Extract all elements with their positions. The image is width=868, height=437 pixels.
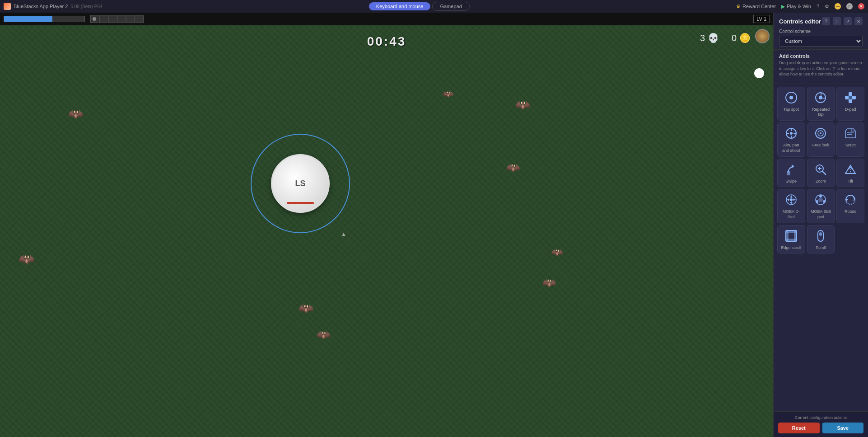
- control-repeated-tap[interactable]: Repeated tap: [807, 87, 835, 121]
- save-button[interactable]: Save: [822, 423, 864, 433]
- control-free-look[interactable]: Free look: [807, 122, 835, 156]
- help-btn[interactable]: ?: [817, 4, 819, 9]
- control-zoom[interactable]: Zoom: [807, 159, 835, 188]
- toolbar-icon-1: [90, 15, 98, 23]
- game-timer: 00:43: [367, 34, 406, 49]
- free-look-label: Free look: [812, 143, 830, 148]
- panel-import-btn[interactable]: ↑: [833, 17, 841, 25]
- tilt-label: Tilt: [848, 179, 853, 184]
- zoom-icon: [813, 162, 828, 177]
- panel-footer: Current configuration actions Reset Save: [774, 411, 868, 437]
- tilt-icon: [843, 162, 858, 177]
- joystick-label: LS: [295, 179, 305, 188]
- edge-scroll-label: Edge scroll: [781, 245, 802, 251]
- health-bar-fill: [4, 16, 52, 22]
- control-moba-dpad[interactable]: MOBA D-Pad: [777, 189, 805, 223]
- rotate-label: Rotate: [845, 209, 857, 215]
- main-container: LV 1 00:43 3 💀 0 🪙 🦇 🦇 🦇: [0, 13, 868, 437]
- control-tilt[interactable]: Tilt: [836, 159, 864, 188]
- svg-point-0: [93, 17, 96, 21]
- svg-point-2: [789, 96, 793, 99]
- svg-rect-20: [787, 171, 790, 175]
- joystick-inner: LS: [271, 154, 330, 213]
- game-area: LV 1 00:43 3 💀 0 🪙 🦇 🦇 🦇: [0, 13, 773, 437]
- settings-btn[interactable]: ⚙: [825, 4, 829, 9]
- kills-count: 3: [700, 33, 705, 43]
- svg-marker-31: [790, 202, 793, 204]
- skull-icon: 💀: [708, 33, 719, 43]
- help-icon: ?: [817, 4, 819, 9]
- control-moba-skill-pad[interactable]: MOBA Skill pad: [807, 189, 835, 223]
- free-look-icon: [813, 126, 828, 141]
- control-scheme-select[interactable]: Custom Default: [779, 36, 863, 47]
- panel-title: Controls editor ? ↑ ↗ ✕: [779, 17, 863, 25]
- toolbar-icon-5: [126, 15, 135, 23]
- toolbar-icon-6: [135, 15, 144, 23]
- game-score: 0 🪙: [732, 33, 751, 43]
- reward-center-btn[interactable]: ♛ Reward Center: [736, 4, 776, 9]
- svg-point-16: [820, 132, 821, 134]
- svg-point-39: [816, 200, 818, 203]
- titlebar: BlueStacks App Player 2 5.00 (Beta) P64 …: [0, 0, 868, 13]
- titlebar-center: Keyboard and mouse Gamepad: [369, 2, 470, 11]
- level-indicator: LV 1: [753, 15, 770, 23]
- bat-enemy-2: 🦇: [515, 98, 531, 113]
- panel-export-btn[interactable]: ↗: [844, 17, 852, 25]
- titlebar-left: BlueStacks App Player 2 5.00 (Beta) P64: [4, 3, 103, 10]
- control-edge-scroll[interactable]: Edge scroll: [777, 225, 805, 254]
- tap-spot-icon: [784, 90, 799, 105]
- toolbar-icon-2: [99, 15, 107, 23]
- svg-point-37: [819, 195, 822, 197]
- settings-icon: ⚙: [825, 4, 829, 9]
- game-viewport[interactable]: 00:43 3 💀 0 🪙 🦇 🦇 🦇 🦇 🦇 🦇 🦇 �: [0, 25, 773, 437]
- control-tap-spot[interactable]: Tap spot: [777, 87, 805, 121]
- svg-marker-17: [845, 129, 855, 138]
- swipe-label: Swipe: [786, 179, 797, 184]
- health-bar: [4, 16, 85, 22]
- control-dpad[interactable]: D-pad: [836, 87, 864, 121]
- scroll-label: Scroll: [816, 245, 826, 251]
- panel-title-text: Controls editor: [779, 18, 821, 25]
- add-controls-section: Add controls Drag and drop an action on …: [774, 50, 868, 84]
- control-scroll[interactable]: Scroll: [807, 225, 835, 254]
- restore-button[interactable]: ◻: [846, 3, 853, 9]
- svg-point-34: [790, 198, 793, 201]
- play-win-label: Play & Win: [787, 4, 811, 9]
- reset-button[interactable]: Reset: [778, 423, 820, 433]
- panel-help-btn[interactable]: ?: [822, 17, 830, 25]
- close-button[interactable]: ✕: [858, 3, 864, 9]
- bat-enemy-7: 🦇: [298, 301, 314, 316]
- toolbar-icons: [90, 15, 144, 23]
- svg-point-4: [819, 96, 822, 99]
- control-rotate[interactable]: Rotate: [836, 189, 864, 223]
- svg-rect-44: [786, 239, 797, 241]
- minimize-button[interactable]: —: [835, 3, 841, 9]
- config-actions-label: Current configuration actions: [778, 415, 863, 420]
- joystick-outer[interactable]: LS: [251, 134, 350, 233]
- moba-dpad-icon: [784, 192, 799, 207]
- svg-marker-30: [790, 196, 793, 197]
- bat-enemy-5: 🦇: [443, 89, 454, 99]
- svg-marker-33: [793, 198, 795, 201]
- tab-keyboard[interactable]: Keyboard and mouse: [369, 2, 431, 10]
- bat-enemy-4: 🦇: [18, 251, 35, 267]
- svg-point-38: [823, 200, 826, 203]
- aim-pan-shoot-label: Aim, pan and shoot: [779, 143, 803, 153]
- svg-point-36: [818, 197, 823, 202]
- tab-gamepad[interactable]: Gamepad: [432, 2, 469, 11]
- arrow-indicator: ▲: [341, 231, 346, 237]
- bat-enemy-1: 🦇: [68, 107, 84, 122]
- play-win-btn[interactable]: ▶ Play & Win: [781, 4, 811, 9]
- scroll-icon: [813, 228, 828, 244]
- white-circle-indicator: [754, 68, 764, 78]
- panel-close-btn[interactable]: ✕: [854, 17, 863, 25]
- toolbar-icon-3: [108, 15, 117, 23]
- control-swipe[interactable]: Swipe: [777, 159, 805, 188]
- moba-skill-pad-icon: [813, 192, 828, 207]
- bat-enemy-3: 🦇: [506, 161, 520, 175]
- control-script[interactable]: Script: [836, 122, 864, 156]
- control-aim-pan-shoot[interactable]: Aim, pan and shoot: [777, 122, 805, 156]
- edge-scroll-icon: [784, 228, 799, 244]
- coin-icon: 🪙: [739, 33, 751, 43]
- svg-marker-32: [787, 198, 789, 201]
